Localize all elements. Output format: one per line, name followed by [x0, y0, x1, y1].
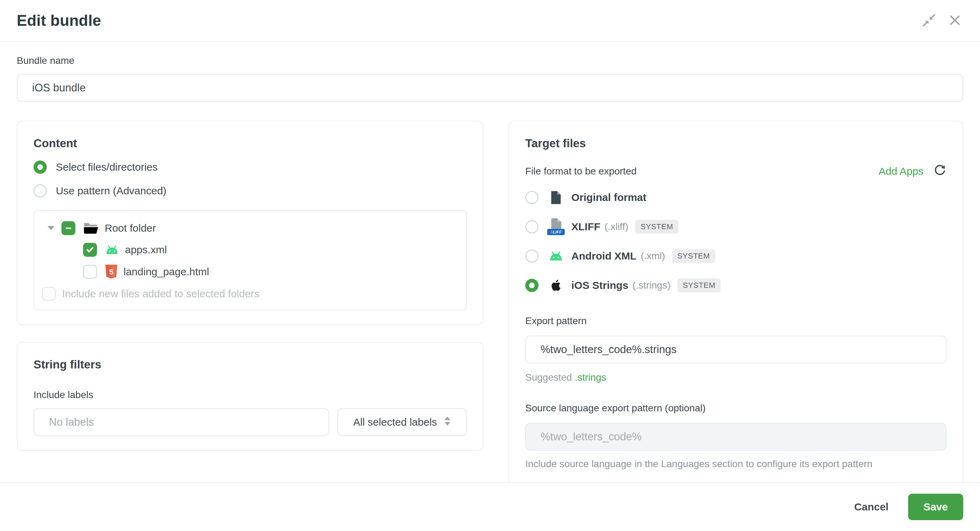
collapse-button[interactable]	[921, 12, 937, 29]
radio-select-files-control[interactable]	[33, 161, 47, 174]
content-panel: Content Select files/directories Use pat…	[17, 121, 484, 325]
svg-text:5: 5	[109, 268, 113, 276]
page-title: Edit bundle	[17, 12, 101, 29]
include-new-files-checkbox[interactable]	[42, 287, 56, 301]
left-column: Content Select files/directories Use pat…	[17, 121, 484, 451]
format-name: XLIFF	[571, 221, 600, 233]
suggested-line: Suggested .strings	[525, 372, 947, 383]
export-pattern-input[interactable]	[525, 335, 947, 364]
columns: Content Select files/directories Use pat…	[17, 121, 963, 482]
add-apps-link[interactable]: Add Apps	[879, 165, 923, 177]
xliff-icon: XLIFF	[547, 218, 565, 236]
source-pattern-input	[525, 423, 947, 451]
file-label: apps.xml	[125, 244, 167, 256]
source-pattern-label: Source language export pattern (optional…	[525, 402, 947, 414]
bundle-name-section: Bundle name	[17, 55, 963, 102]
radio-select-files-label: Select files/directories	[56, 161, 158, 173]
format-list: Original format XLIFF	[525, 187, 947, 296]
format-ext: (.xml)	[641, 251, 665, 262]
apps-xml-checkbox[interactable]	[83, 243, 97, 257]
modal-header: Edit bundle	[0, 0, 980, 42]
refresh-icon[interactable]	[933, 164, 947, 179]
modal-body: Bundle name Content Select files/directo…	[0, 42, 980, 482]
format-android-radio[interactable]	[525, 250, 539, 263]
export-pattern-label: Export pattern	[525, 315, 947, 327]
content-title: Content	[33, 137, 467, 150]
format-name: Original format	[571, 192, 646, 203]
collapse-icon	[921, 13, 937, 29]
android-icon	[105, 245, 119, 255]
cancel-button[interactable]: Cancel	[854, 501, 889, 513]
file-format-label: File format to be exported	[525, 166, 636, 177]
radio-use-pattern-label: Use pattern (Advanced)	[56, 185, 167, 197]
radio-use-pattern-control[interactable]	[33, 184, 47, 197]
radio-use-pattern[interactable]: Use pattern (Advanced)	[33, 184, 467, 197]
format-ext: (.strings)	[632, 280, 670, 291]
bundle-name-input[interactable]	[17, 74, 963, 102]
format-ext: (.xliff)	[605, 221, 628, 232]
source-pattern-help: Include source language in the Languages…	[525, 458, 947, 470]
landing-page-checkbox[interactable]	[83, 265, 97, 279]
header-actions	[921, 12, 963, 29]
bundle-name-label: Bundle name	[17, 55, 74, 66]
format-header: File format to be exported Add Apps	[525, 164, 947, 179]
labels-mode-select[interactable]: All selected labels	[337, 408, 467, 436]
apple-icon	[547, 279, 565, 292]
sort-arrows-icon	[444, 416, 451, 428]
close-button[interactable]	[947, 12, 963, 29]
target-files-panel: Target files File format to be exported …	[509, 121, 963, 482]
content-radio-group: Select files/directories Use pattern (Ad…	[33, 161, 467, 197]
format-row-android-xml[interactable]: Android XML (.xml) SYSTEM	[525, 246, 947, 267]
format-original-radio[interactable]	[525, 191, 539, 204]
tree-row-file[interactable]: apps.xml	[41, 243, 458, 257]
labels-mode-value: All selected labels	[353, 416, 437, 428]
string-filters-title: String filters	[33, 358, 467, 371]
labels-input[interactable]	[33, 408, 329, 436]
html5-icon: 5	[105, 264, 118, 279]
format-name: Android XML	[571, 250, 636, 262]
format-row-ios-strings[interactable]: iOS Strings (.strings) SYSTEM	[525, 275, 947, 296]
radio-select-files[interactable]: Select files/directories	[33, 161, 467, 174]
suggested-strings-link[interactable]: .strings	[575, 372, 606, 383]
root-folder-label: Root folder	[105, 222, 156, 234]
system-badge: SYSTEM	[635, 220, 678, 234]
root-folder-checkbox[interactable]	[61, 221, 75, 235]
chevron-down-icon[interactable]	[48, 226, 54, 230]
format-xliff-radio[interactable]	[525, 220, 539, 234]
include-new-files-label: Include new files added to selected fold…	[62, 288, 259, 300]
folder-icon	[83, 221, 99, 235]
save-button[interactable]: Save	[908, 494, 963, 520]
tree-row-root[interactable]: Root folder	[41, 221, 458, 235]
android-icon	[547, 251, 565, 261]
format-row-original[interactable]: Original format	[525, 187, 947, 208]
file-icon	[547, 190, 565, 205]
file-tree: Root folder	[33, 210, 467, 310]
string-filters-panel: String filters Include labels All select…	[17, 342, 484, 451]
modal-footer: Cancel Save	[0, 482, 980, 531]
target-files-title: Target files	[525, 137, 947, 150]
suggested-prefix: Suggested	[525, 372, 572, 383]
right-column: Target files File format to be exported …	[509, 121, 963, 482]
include-labels-label: Include labels	[33, 390, 467, 401]
format-row-xliff[interactable]: XLIFF XLIFF (.xliff) SYSTEM	[525, 216, 947, 237]
system-badge: SYSTEM	[672, 249, 715, 263]
close-icon	[948, 13, 962, 28]
tree-row-file[interactable]: 5 landing_page.html	[41, 264, 458, 279]
format-name: iOS Strings	[571, 280, 628, 291]
format-ios-radio[interactable]	[525, 279, 539, 292]
include-new-files-row[interactable]: Include new files added to selected fold…	[41, 287, 458, 301]
system-badge: SYSTEM	[678, 278, 720, 293]
file-label: landing_page.html	[124, 266, 209, 278]
include-labels-row: All selected labels	[33, 408, 467, 436]
